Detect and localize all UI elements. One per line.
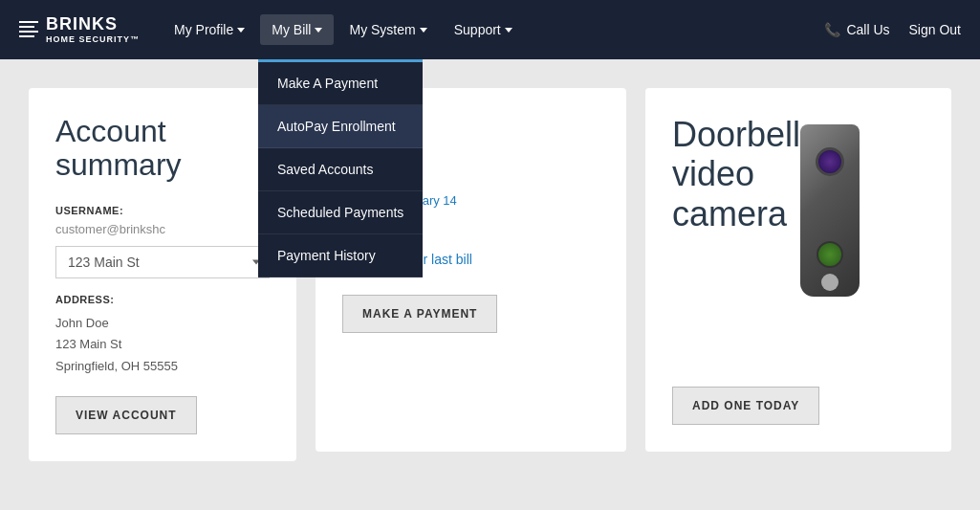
address-label: ADDRESS: <box>55 294 270 305</box>
camera-lens <box>816 147 844 176</box>
navigation: BRINKS HOME SECURITY™ My Profile My Bill… <box>0 0 980 59</box>
main-content: Account summary USERNAME: customer@brink… <box>0 59 980 490</box>
nav-item-support[interactable]: Support <box>443 14 524 45</box>
my-bill-dropdown: Make A Payment AutoPay Enrollment Saved … <box>258 59 423 277</box>
dropdown-item-saved-accounts[interactable]: Saved Accounts <box>258 148 423 191</box>
address-select-wrapper: 123 Main St <box>55 246 270 278</box>
username-value: customer@brinkshc <box>55 222 270 236</box>
username-label: USERNAME: <box>55 205 270 216</box>
nav-menu: My Profile My Bill My System Support <box>163 14 824 45</box>
camera-button <box>817 241 843 268</box>
dropdown-item-autopay[interactable]: AutoPay Enrollment <box>258 105 423 148</box>
logo-lines <box>19 21 38 37</box>
doorbell-text: Doorbell video camera <box>672 115 800 371</box>
account-summary-title: Account summary <box>55 115 270 182</box>
account-summary-card: Account summary USERNAME: customer@brink… <box>29 88 296 461</box>
chevron-down-icon <box>505 28 512 33</box>
nav-item-my-system[interactable]: My System <box>338 14 438 45</box>
doorbell-footer: ADD ONE TODAY <box>672 371 819 425</box>
sign-out-link[interactable]: Sign Out <box>909 22 961 37</box>
nav-item-my-bill[interactable]: My Bill <box>260 14 334 45</box>
nav-right: 📞 Call Us Sign Out <box>824 22 961 37</box>
camera-bottom <box>821 274 838 291</box>
doorbell-camera-image <box>800 124 860 297</box>
doorbell-title: Doorbell video camera <box>672 115 800 233</box>
dropdown-item-payment-history[interactable]: Payment History <box>258 234 423 277</box>
phone-icon: 📞 <box>824 22 840 37</box>
dropdown-item-scheduled-payments[interactable]: Scheduled Payments <box>258 191 423 234</box>
doorbell-top: Doorbell video camera <box>672 115 860 371</box>
address-select[interactable]: 123 Main St <box>55 246 270 278</box>
doorbell-card: Doorbell video camera ADD ONE TODAY <box>645 88 951 452</box>
nav-item-my-profile[interactable]: My Profile <box>163 14 256 45</box>
make-payment-button[interactable]: MAKE A PAYMENT <box>342 295 497 333</box>
chevron-down-icon <box>420 28 427 33</box>
chevron-down-icon <box>315 28 322 33</box>
chevron-down-icon <box>237 28 245 33</box>
logo: BRINKS HOME SECURITY™ <box>19 14 140 45</box>
doorbell-image-column <box>800 115 860 371</box>
address-text: John Doe 123 Main St Springfield, OH 555… <box>55 313 270 376</box>
call-us-link[interactable]: 📞 Call Us <box>824 22 889 37</box>
view-account-button[interactable]: VIEW ACCOUNT <box>55 396 197 434</box>
logo-text: BRINKS HOME SECURITY™ <box>46 14 140 45</box>
add-one-today-button[interactable]: ADD ONE TODAY <box>672 387 819 425</box>
dropdown-item-make-payment[interactable]: Make A Payment <box>258 62 423 105</box>
